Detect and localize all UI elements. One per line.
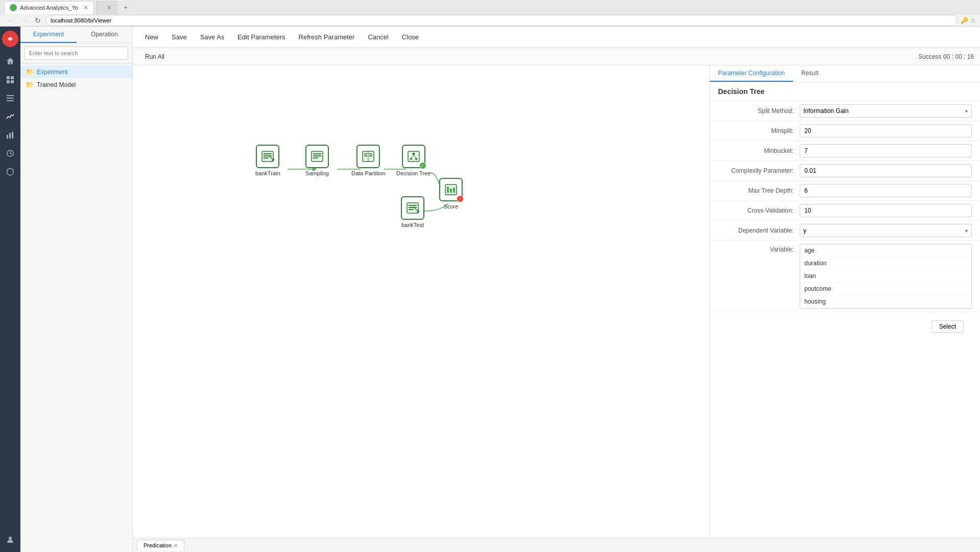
node-label-score: Score <box>444 203 459 210</box>
crossval-input[interactable] <box>800 204 972 217</box>
list-icon[interactable] <box>2 90 18 106</box>
experiment-tab[interactable]: Experiment <box>20 27 77 43</box>
variable-item-poutcome[interactable]: poutcome <box>800 283 971 295</box>
svg-rect-7 <box>7 100 14 101</box>
minsplit-input[interactable] <box>800 124 972 137</box>
param-row-minsplit: Minsplit: <box>710 121 980 141</box>
nav-panel: Experiment Operation 📁 Experiment 📁 Trai… <box>20 27 133 552</box>
inactive-tab-close[interactable]: ✕ <box>107 4 112 11</box>
svg-rect-17 <box>264 153 272 154</box>
param-label-complexity: Complexity Parameter: <box>718 167 800 174</box>
param-label-maxtree: Max Tree Depth: <box>718 187 800 194</box>
node-datapartition[interactable]: Data Partition <box>351 145 386 176</box>
svg-rect-2 <box>11 76 14 79</box>
grid-icon[interactable] <box>2 72 18 88</box>
svg-rect-42 <box>409 207 417 208</box>
refresh-parameter-button[interactable]: Refresh Parameter <box>293 30 361 44</box>
close-button[interactable]: Close <box>396 30 425 44</box>
select-button[interactable]: Select <box>931 320 964 333</box>
folder-icon-trained: 📁 <box>26 81 34 88</box>
shield-icon[interactable] <box>2 164 18 180</box>
param-label-split-method: Split Method: <box>718 107 800 114</box>
param-config-tab[interactable]: Parameter Configuration <box>710 65 793 82</box>
variable-item-housing[interactable]: housing <box>800 295 971 308</box>
svg-rect-22 <box>313 155 321 156</box>
user-icon[interactable] <box>2 532 18 548</box>
variable-label: Variable: <box>718 244 800 309</box>
variable-list[interactable]: age duration loan poutcome housing <box>800 244 972 309</box>
variable-item-loan[interactable]: loan <box>800 270 971 283</box>
trained-model-nav-label: Trained Model <box>37 81 76 88</box>
clock-icon[interactable] <box>2 145 18 162</box>
variable-item-duration[interactable]: duration <box>800 257 971 270</box>
svg-rect-9 <box>9 133 11 139</box>
key-icon: 🔑 <box>961 17 968 24</box>
save-as-button[interactable]: Save As <box>194 30 231 44</box>
tab-close-btn[interactable]: ✕ <box>83 4 88 11</box>
node-icon-banktrain <box>256 145 279 168</box>
reload-btn[interactable]: ↻ <box>33 15 43 26</box>
home-icon[interactable] <box>2 53 18 70</box>
predication-tab[interactable]: Predication ✕ <box>137 540 184 550</box>
svg-point-35 <box>415 158 417 160</box>
maxtree-input[interactable] <box>800 184 972 197</box>
main-content: New Save Save As Edit Parameters Refresh… <box>133 27 980 552</box>
chart-icon[interactable] <box>2 127 18 143</box>
node-banktest[interactable]: bankTest <box>401 196 424 228</box>
node-label-datapartition: Data Partition <box>351 170 386 176</box>
minbucket-input[interactable] <box>800 144 972 157</box>
node-label-decisiontree: Decision Tree <box>396 170 431 176</box>
star-icon[interactable]: ☆ <box>970 17 976 24</box>
svg-rect-4 <box>11 80 14 83</box>
right-panel-title: Decision Tree <box>710 82 980 101</box>
right-panel: Parameter Configuration Result Decision … <box>709 65 980 538</box>
node-decisiontree[interactable]: ✓ Decision Tree <box>396 145 431 176</box>
canvas-area: bankTrain Sampling <box>133 65 980 538</box>
node-icon-score: ! <box>439 178 463 201</box>
experiment-nav-item[interactable]: 📁 Experiment <box>20 65 132 78</box>
svg-rect-10 <box>12 132 13 139</box>
search-input[interactable] <box>25 47 128 60</box>
run-all-button[interactable]: Run All <box>139 51 171 62</box>
node-label-banktest: bankTest <box>401 222 424 228</box>
svg-rect-41 <box>409 205 417 206</box>
svg-rect-38 <box>450 189 452 193</box>
analytics-icon[interactable] <box>2 108 18 125</box>
inactive-tab[interactable]: ✕ <box>96 1 117 14</box>
node-icon-sampling <box>305 145 329 168</box>
cancel-button[interactable]: Cancel <box>362 30 394 44</box>
result-tab[interactable]: Result <box>793 65 827 82</box>
variable-item-age[interactable]: age <box>800 244 971 257</box>
param-label-minsplit: Minsplit: <box>718 127 800 134</box>
canvas-header: Run All Success 00 : 00 : 16 <box>133 48 980 65</box>
svg-rect-37 <box>447 187 449 193</box>
svg-rect-27 <box>364 155 367 156</box>
complexity-input[interactable] <box>800 164 972 177</box>
node-banktrain[interactable]: bankTrain <box>255 145 280 176</box>
new-button[interactable]: New <box>139 30 164 44</box>
edit-parameters-button[interactable]: Edit Parameters <box>231 30 291 44</box>
param-row-crossval: Cross-Validation: <box>710 201 980 221</box>
node-icon-decisiontree: ✓ <box>402 145 425 168</box>
split-method-select[interactable]: Information Gain Gini Chi-square <box>800 104 972 118</box>
operation-tab[interactable]: Operation <box>77 27 133 43</box>
back-btn[interactable]: ← <box>4 15 15 26</box>
new-tab-btn[interactable]: + <box>119 2 132 14</box>
workflow-canvas[interactable]: bankTrain Sampling <box>133 65 709 538</box>
nav-tabs: Experiment Operation <box>20 27 132 43</box>
app-logo <box>2 31 18 47</box>
active-tab[interactable]: Advanced Analytics_Yo ✕ <box>4 1 94 14</box>
forward-btn[interactable]: → <box>18 15 30 26</box>
node-sampling[interactable]: Sampling <box>305 145 329 176</box>
node-score[interactable]: ! Score <box>439 178 463 210</box>
svg-rect-23 <box>313 157 318 158</box>
save-button[interactable]: Save <box>165 30 193 44</box>
dependent-var-select[interactable]: y age duration loan poutcome housing <box>800 224 972 237</box>
variable-section: Variable: age duration loan poutcome hou… <box>710 241 980 312</box>
predication-tab-close[interactable]: ✕ <box>174 543 178 548</box>
trained-model-nav-item[interactable]: 📁 Trained Model <box>20 78 132 91</box>
experiment-nav-label: Experiment <box>37 68 68 76</box>
node-icon-banktest <box>401 196 424 220</box>
svg-point-12 <box>9 537 12 540</box>
address-input[interactable] <box>46 15 958 26</box>
